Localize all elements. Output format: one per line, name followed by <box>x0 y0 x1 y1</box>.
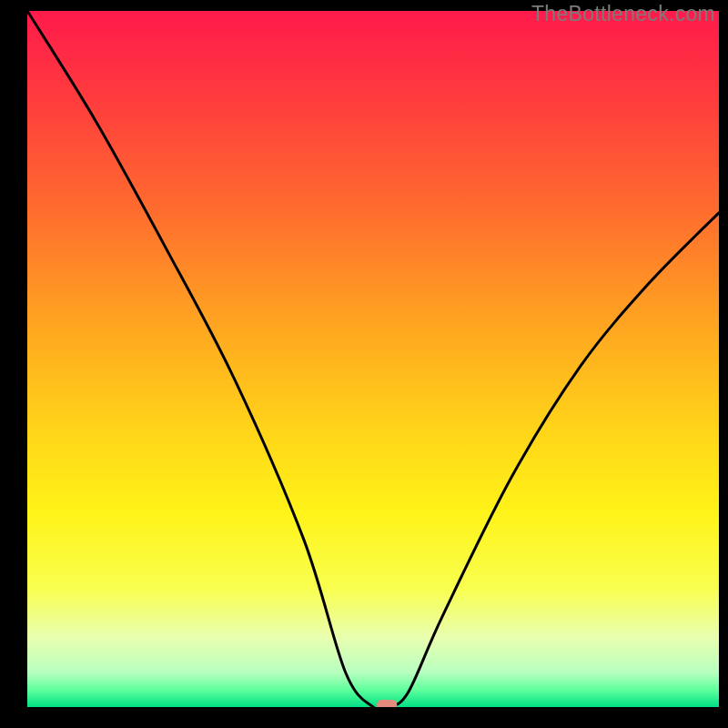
plot-area <box>27 11 719 707</box>
watermark-text: TheBottleneck.com <box>531 2 715 26</box>
chart-svg <box>27 11 719 707</box>
gradient-background <box>27 11 719 707</box>
marker-point <box>377 700 397 707</box>
chart-frame: TheBottleneck.com <box>0 0 728 728</box>
